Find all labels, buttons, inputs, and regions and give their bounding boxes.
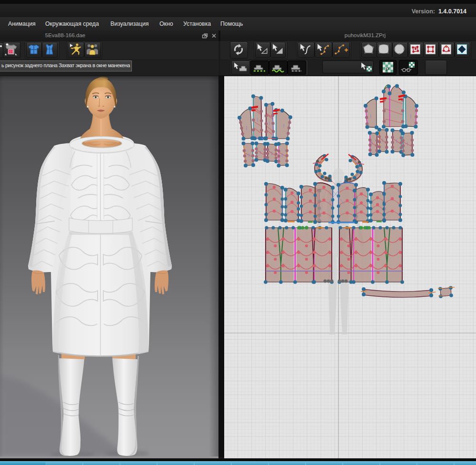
svg-text:P: P xyxy=(386,67,389,72)
